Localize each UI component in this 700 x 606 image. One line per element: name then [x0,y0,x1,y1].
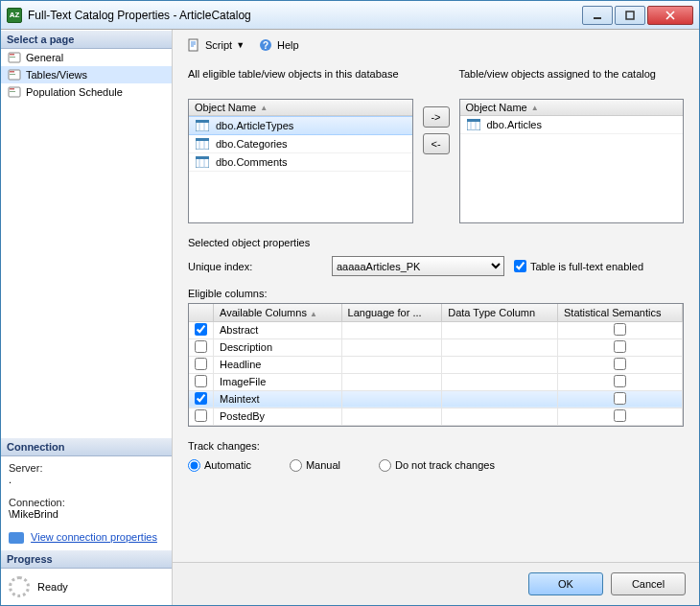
page-item-label: Tables/Views [26,69,87,81]
connection-header: Connection [1,437,172,456]
column-datatype [442,356,558,373]
page-item-label: General [26,52,63,63]
server-label: Server: [9,462,164,474]
svg-rect-13 [189,39,198,51]
app-icon: AZ [7,8,22,23]
list-item[interactable]: dbo.Categories [189,135,412,153]
progress-spinner-icon [9,576,30,597]
column-stats-checkbox[interactable] [614,409,626,422]
table-icon [195,119,210,132]
page-icon [7,85,22,99]
grid-header-language[interactable]: Language for ... [341,304,442,321]
column-checkbox[interactable] [195,323,207,336]
column-stats-checkbox[interactable] [614,392,626,405]
table-row[interactable]: Headline [189,356,683,373]
table-icon [195,155,210,169]
server-value: . [9,474,164,485]
maximize-button[interactable] [615,6,645,25]
column-stats-checkbox[interactable] [614,358,626,370]
connection-section: Connection Server: . Connection: \MikeBr… [1,437,172,549]
list-item-label: dbo.Comments [216,156,288,168]
help-button[interactable]: ? Help [254,35,303,55]
svg-rect-6 [10,57,15,58]
column-language [341,373,442,390]
script-icon [186,37,201,53]
column-name: Headline [214,356,342,373]
object-name-header: Object Name [466,102,527,113]
move-left-button[interactable]: <- [423,133,450,154]
svg-rect-0 [594,17,601,19]
help-icon: ? [258,37,273,53]
svg-rect-5 [10,54,14,56]
assigned-objects-header[interactable]: Object Name ▲ [460,100,684,116]
minimize-button[interactable] [582,6,613,25]
page-item-general[interactable]: General [1,49,172,66]
track-manual-radio[interactable] [290,459,302,472]
column-datatype [442,390,558,408]
unique-index-label: Unique index: [188,261,322,272]
table-row[interactable]: PostedBy [189,408,683,425]
list-item[interactable]: dbo.Articles [460,116,684,134]
sort-asc-icon: ▲ [531,104,539,112]
column-language [341,321,442,338]
close-button[interactable] [647,6,693,25]
column-stats-checkbox[interactable] [614,375,626,387]
eligible-columns-label: Eligible columns: [188,288,684,299]
assigned-objects-list[interactable]: Object Name ▲ dbo.Articles [459,99,685,223]
page-item-population-schedule[interactable]: Population Schedule [1,83,172,101]
column-name: Abstract [214,321,342,338]
move-right-button[interactable]: -> [423,106,450,128]
table-row[interactable]: Abstract [189,321,683,338]
list-item[interactable]: dbo.Comments [189,153,412,172]
column-checkbox[interactable] [195,358,207,370]
cancel-button[interactable]: Cancel [611,572,686,595]
column-datatype [442,373,558,390]
chevron-down-icon: ▼ [236,40,245,50]
column-checkbox[interactable] [195,375,207,387]
selected-object-properties-label: Selected object properties [188,237,684,248]
page-item-tables-views[interactable]: Tables/Views [1,66,172,83]
column-language [341,356,442,373]
column-stats-checkbox[interactable] [614,340,626,353]
grid-header-stats[interactable]: Statistical Semantics [558,304,683,321]
grid-header-available[interactable]: Available Columns ▲ [214,304,342,321]
column-checkbox[interactable] [195,409,207,422]
eligible-objects-list[interactable]: Object Name ▲ dbo.ArticleTypes dbo.Categ… [188,99,413,223]
fulltext-enabled-checkbox[interactable] [514,260,526,272]
window-title: Full-Text Catalog Properties - ArticleCa… [28,9,580,22]
progress-section: Progress Ready [1,549,172,605]
sidebar: Select a page General Tables/Views Popul… [1,30,172,605]
connection-value: \MikeBrind [9,508,164,520]
table-row[interactable]: Description [189,338,683,356]
column-checkbox[interactable] [195,392,207,405]
eligible-columns-grid[interactable]: Available Columns ▲ Language for ... Dat… [188,303,684,427]
table-row[interactable]: ImageFile [189,373,683,390]
dialog-window: AZ Full-Text Catalog Properties - Articl… [0,0,700,606]
track-none-radio[interactable] [379,459,391,472]
grid-header-datatype[interactable]: Data Type Column [442,304,558,321]
column-datatype [442,338,558,356]
svg-rect-11 [10,88,14,90]
track-changes-label: Track changes: [188,440,684,452]
eligible-objects-header[interactable]: Object Name ▲ [189,100,412,116]
ok-button[interactable]: OK [528,572,603,595]
track-automatic-radio[interactable] [188,459,200,472]
svg-rect-1 [626,12,634,19]
track-automatic-label: Automatic [204,459,251,471]
column-checkbox[interactable] [195,340,207,353]
unique-index-select[interactable]: aaaaaArticles_PK [332,256,504,276]
script-button[interactable]: Script ▼ [182,35,248,55]
page-icon [7,51,22,64]
connection-icon [9,532,24,544]
column-language [341,338,442,356]
page-item-label: Population Schedule [26,86,123,98]
list-item[interactable]: dbo.ArticleTypes [189,116,412,135]
fulltext-enabled-label: Table is full-text enabled [530,261,643,272]
help-label: Help [277,39,299,51]
svg-rect-17 [196,120,209,123]
column-datatype [442,321,558,338]
column-stats-checkbox[interactable] [614,323,626,336]
table-row[interactable]: Maintext [189,390,683,408]
view-connection-properties-link[interactable]: View connection properties [31,531,157,543]
table-icon [195,137,210,151]
